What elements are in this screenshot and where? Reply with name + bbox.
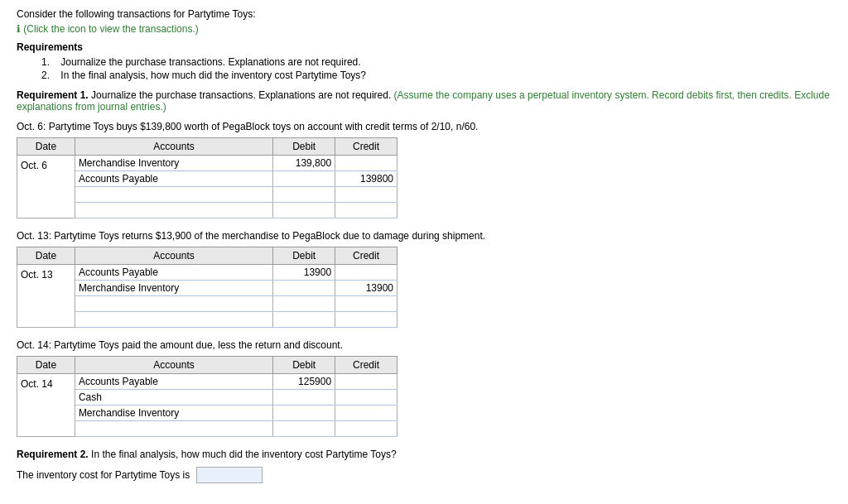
debit-cell-1-3[interactable]	[273, 187, 335, 203]
col-header-accounts-1: Accounts	[75, 138, 272, 156]
credit-input-1-1[interactable]	[335, 156, 397, 170]
account-cell-2-3[interactable]	[75, 296, 272, 312]
debit-cell-1-2[interactable]	[273, 171, 335, 187]
credit-input-3-1[interactable]	[335, 374, 397, 389]
account-input-3-3[interactable]	[75, 406, 272, 420]
debit-input-2-3[interactable]	[273, 296, 335, 311]
credit-input-1-2[interactable]	[335, 171, 397, 186]
credit-cell-1-4[interactable]	[335, 203, 398, 218]
debit-input-3-1[interactable]	[273, 374, 335, 389]
debit-input-2-4[interactable]	[273, 312, 335, 327]
debit-cell-3-4[interactable]	[273, 421, 335, 437]
credit-cell-1-1[interactable]	[335, 156, 398, 171]
debit-cell-2-3[interactable]	[273, 296, 335, 312]
debit-cell-1-4[interactable]	[273, 203, 335, 218]
req-2-num: 2.	[41, 70, 50, 81]
col-header-credit-1: Credit	[335, 138, 398, 156]
debit-input-2-2[interactable]	[273, 281, 335, 295]
credit-cell-3-2[interactable]	[335, 390, 398, 406]
account-cell-3-1[interactable]	[75, 374, 272, 390]
col-header-date-3: Date	[17, 357, 75, 374]
debit-cell-2-4[interactable]	[273, 312, 335, 328]
requirements-section: Requirements 1. Journalize the purchase …	[17, 41, 831, 81]
credit-cell-2-3[interactable]	[335, 296, 398, 312]
credit-input-2-3[interactable]	[335, 296, 397, 311]
col-header-debit-1: Debit	[273, 138, 335, 156]
account-input-3-4[interactable]	[75, 421, 272, 436]
req1-label-bold: Requirement 1.	[17, 89, 89, 101]
account-cell-3-4[interactable]	[75, 421, 272, 437]
account-cell-2-2[interactable]	[75, 281, 272, 296]
transaction1-label: Oct. 6: Partytime Toys buys $139,800 wor…	[17, 121, 831, 132]
col-header-credit-2: Credit	[335, 247, 398, 265]
credit-input-1-3[interactable]	[335, 187, 397, 202]
credit-cell-3-3[interactable]	[335, 406, 398, 421]
debit-cell-2-2[interactable]	[273, 281, 335, 296]
debit-cell-1-1[interactable]	[273, 156, 335, 171]
credit-input-3-2[interactable]	[335, 390, 397, 405]
account-input-2-4[interactable]	[75, 312, 272, 327]
req1-label-text: Journalize the purchase transactions. Ex…	[91, 89, 391, 101]
credit-cell-1-3[interactable]	[335, 187, 398, 203]
table-row: Oct. 6	[17, 156, 398, 171]
account-input-1-3[interactable]	[75, 187, 272, 202]
account-cell-1-4[interactable]	[75, 203, 272, 218]
debit-cell-3-2[interactable]	[273, 390, 335, 406]
credit-input-2-4[interactable]	[335, 312, 397, 327]
debit-cell-3-3[interactable]	[273, 406, 335, 421]
credit-cell-3-1[interactable]	[335, 374, 398, 390]
debit-input-1-2[interactable]	[273, 171, 335, 186]
req-1-num: 1.	[41, 56, 50, 68]
final-answer-row: The inventory cost for Partytime Toys is	[17, 467, 831, 483]
account-input-2-3[interactable]	[75, 296, 272, 311]
req2-label-bold: Requirement 2.	[17, 449, 89, 460]
debit-cell-3-1[interactable]	[273, 374, 335, 390]
debit-input-3-3[interactable]	[273, 406, 335, 420]
consider-text: Consider the following transactions for …	[17, 8, 831, 20]
credit-cell-2-1[interactable]	[335, 265, 398, 281]
account-cell-3-2[interactable]	[75, 390, 272, 406]
debit-input-1-1[interactable]	[273, 156, 335, 170]
debit-input-1-4[interactable]	[273, 203, 335, 218]
credit-cell-3-4[interactable]	[335, 421, 398, 437]
account-input-2-1[interactable]	[75, 265, 272, 280]
credit-input-3-3[interactable]	[335, 406, 397, 420]
answer-input[interactable]	[196, 467, 263, 483]
debit-input-3-2[interactable]	[273, 390, 335, 405]
credit-cell-2-4[interactable]	[335, 312, 398, 328]
table-row: Oct. 14	[17, 374, 398, 390]
account-input-2-2[interactable]	[75, 281, 272, 295]
credit-input-2-2[interactable]	[335, 281, 397, 295]
date-cell-3: Oct. 14	[17, 374, 75, 437]
icon-link[interactable]: (Click the icon to view the transactions…	[23, 23, 198, 35]
credit-input-1-4[interactable]	[335, 203, 397, 218]
account-cell-3-3[interactable]	[75, 406, 272, 421]
debit-input-3-4[interactable]	[273, 421, 335, 436]
account-input-3-2[interactable]	[75, 390, 272, 405]
credit-input-3-4[interactable]	[335, 421, 397, 436]
account-input-3-1[interactable]	[75, 374, 272, 389]
transaction3-label: Oct. 14: Partytime Toys paid the amount …	[17, 339, 831, 351]
account-cell-1-1[interactable]	[75, 156, 272, 171]
account-cell-1-2[interactable]	[75, 171, 272, 187]
account-cell-1-3[interactable]	[75, 187, 272, 203]
account-input-1-2[interactable]	[75, 171, 272, 186]
table-row: Oct. 13	[17, 265, 398, 281]
credit-cell-1-2[interactable]	[335, 171, 398, 187]
col-header-accounts-3: Accounts	[75, 357, 272, 374]
transaction2-label: Oct. 13: Partytime Toys returns $13,900 …	[17, 230, 831, 242]
credit-cell-2-2[interactable]	[335, 281, 398, 296]
requirements-title: Requirements	[17, 41, 831, 53]
debit-input-1-3[interactable]	[273, 187, 335, 202]
account-cell-2-4[interactable]	[75, 312, 272, 328]
requirement-1-item: 1. Journalize the purchase transactions.…	[33, 56, 831, 68]
date-cell-1: Oct. 6	[17, 156, 75, 218]
account-cell-2-1[interactable]	[75, 265, 272, 281]
date-cell-2: Oct. 13	[17, 265, 75, 328]
debit-input-2-1[interactable]	[273, 265, 335, 280]
debit-cell-2-1[interactable]	[273, 265, 335, 281]
col-header-date-2: Date	[17, 247, 75, 265]
credit-input-2-1[interactable]	[335, 265, 397, 280]
account-input-1-1[interactable]	[75, 156, 272, 170]
account-input-1-4[interactable]	[75, 203, 272, 218]
